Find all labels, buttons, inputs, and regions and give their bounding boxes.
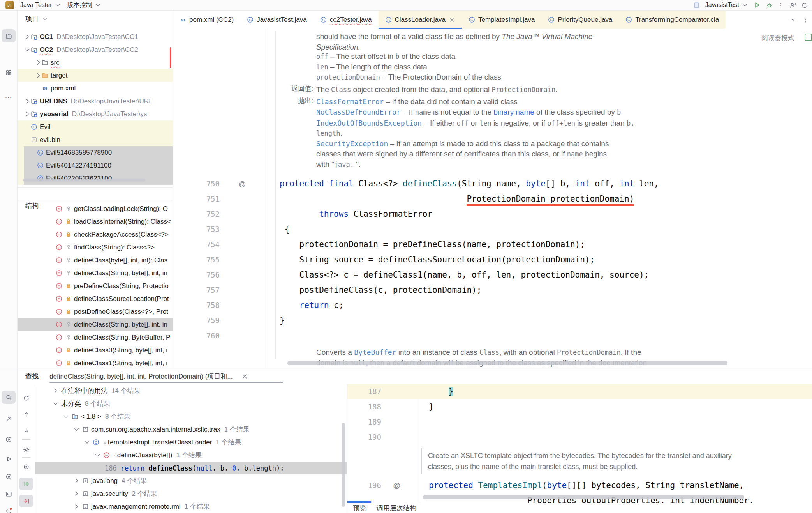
tab-templatesimpl-java[interactable]: CTemplatesImpl.java [462, 11, 542, 29]
tree-hscrollbar[interactable] [23, 179, 145, 182]
code-line[interactable]: protectionDomain = preDefineClass(name, … [280, 237, 585, 252]
tab-list-chevron-icon[interactable] [790, 16, 796, 23]
close-icon[interactable] [241, 373, 248, 380]
structure-item[interactable]: mfindClass(String): Class<?> [18, 241, 173, 254]
tree-item-ysoserial[interactable]: ysoserialD:\Desktop\JavaTester\ys [18, 108, 173, 120]
code-line[interactable]: throws ClassFormatError [280, 207, 432, 222]
results-vscrollbar[interactable] [342, 423, 345, 507]
strip-button-problems[interactable] [2, 504, 16, 513]
reader-mode-toggle[interactable]: 阅读器模式 [748, 34, 794, 42]
project-selector[interactable]: Java Tester [20, 2, 61, 9]
code-line[interactable]: ProtectionDomain protectionDomain) [280, 191, 634, 207]
add-user-icon[interactable] [789, 2, 796, 9]
find-group-row[interactable]: java.security2 个结果 [35, 487, 347, 500]
find-toolbar-jump-to-source[interactable] [19, 478, 33, 490]
structure-item[interactable]: mdefineClass1(String, byte[], int, i [18, 357, 173, 368]
strip-button-folder[interactable] [2, 29, 16, 42]
inlay-hint-icon[interactable] [805, 34, 812, 41]
code-line[interactable]: } [429, 384, 453, 399]
find-group-row[interactable]: java.lang4 个结果 [35, 474, 347, 487]
code-line[interactable]: { [280, 222, 289, 237]
tab-javasisttest-java[interactable]: CJavasistTest.java [240, 11, 314, 29]
find-group-row[interactable]: javax.management.remote.rmi1 个结果 [35, 500, 347, 513]
tree-item-evil.bin[interactable]: ?evil.bin [18, 133, 173, 146]
find-toolbar-jump-from-source[interactable] [19, 495, 33, 507]
strip-button-structure[interactable] [2, 66, 16, 79]
structure-item[interactable]: mdefineClass(String, ByteBuffer, P [18, 331, 173, 344]
find-results-tab[interactable]: defineClass(String, byte[], int, int, Pr… [49, 372, 248, 381]
tree-item-label: pom.xml [51, 85, 76, 92]
find-result-line[interactable]: 186return defineClass(null, b, 0, b.leng… [35, 462, 347, 474]
find-toolbar-arrow-up[interactable] [19, 408, 33, 421]
annotation-gutter-icon[interactable]: @ [393, 478, 400, 493]
tree-item-pom.xml[interactable]: mpom.xml [18, 82, 173, 95]
tab-pom-xml-cc2-[interactable]: mpom.xml (CC2) [173, 11, 240, 29]
structure-item[interactable]: mdefineClassSourceLocation(Prot [18, 292, 173, 305]
find-group-row[interactable]: 未分类8 个结果 [35, 397, 347, 410]
code-line[interactable]: } [280, 313, 285, 328]
find-group-row[interactable]: C∘TemplatesImpl.TransletClassLoader1 个结果 [35, 436, 347, 449]
code-line[interactable]: return c; [280, 298, 343, 313]
find-group-row[interactable]: m∘defineClass(byte[])1 个结果 [35, 449, 347, 462]
tree-item-src[interactable]: src [18, 56, 173, 69]
svg-text:?: ? [33, 138, 35, 142]
structure-item[interactable]: mpostDefineClass(Class<?>, Prot [18, 305, 173, 318]
find-group-row[interactable]: com.sun.org.apache.xalan.internal.xsltc.… [35, 423, 347, 436]
find-group-row[interactable]: < 1.8 >8 个结果 [35, 410, 347, 423]
code-line[interactable]: protected final Class<?> defineClass(Str… [280, 176, 659, 191]
strip-button-build[interactable] [2, 412, 16, 425]
tab-priorityqueue-java[interactable]: CPriorityQueue.java [541, 11, 619, 29]
tree-item-evil514683585778900[interactable]: CEvil514683585778900 [24, 146, 173, 159]
code-line[interactable]: String source = defineClassSourceLocatio… [280, 252, 595, 267]
editor-hscrollbar[interactable] [287, 361, 727, 365]
tab-cc2tester-java[interactable]: Ccc2Tester.java [314, 11, 379, 29]
strip-button-profiler[interactable] [2, 470, 16, 483]
annotation-gutter-icon[interactable]: @ [238, 176, 246, 191]
vcs-menu[interactable]: 版本控制 [67, 1, 101, 9]
code-line[interactable]: postDefineClass(c, protectionDomain); [280, 283, 481, 298]
preview-hscrollbar[interactable] [423, 495, 744, 499]
structure-item[interactable]: mgetClassLoadingLock(String): O [18, 202, 173, 215]
find-group-row[interactable]: 在注释中的用法14 个结果 [35, 384, 347, 397]
strip-button-run[interactable] [2, 452, 16, 465]
find-preview-editor[interactable]: 187 }188}189190196@protected TemplatesIm… [347, 384, 812, 513]
structure-item[interactable]: mcheckPackageAccess(Class<?> [18, 228, 173, 241]
tree-item-urldns[interactable]: URLDNSD:\Desktop\JavaTester\URL [18, 95, 173, 108]
tree-item-evil[interactable]: CEvil [18, 120, 173, 133]
structure-item[interactable]: mdefineClass(String, byte[], int, in [18, 318, 173, 331]
close-icon[interactable] [449, 16, 455, 23]
find-toolbar-refresh[interactable] [19, 392, 33, 404]
tab-call-hierarchy[interactable]: 调用层次结构 [377, 504, 416, 513]
structure-item[interactable]: mdefineClass0(String, byte[], int, i [18, 344, 173, 357]
structure-item[interactable]: mpreDefineClass(String, Protectio [18, 279, 173, 292]
structure-item[interactable]: mdefineClass(String, byte[], int, in [18, 267, 173, 279]
tree-item-cc2[interactable]: CC2D:\Desktop\JavaTester\CC2 [18, 43, 173, 56]
run-config-selector[interactable]: JavasistTest [705, 2, 748, 9]
strip-button-more[interactable]: ⋯ [2, 91, 16, 104]
find-toolbar-target[interactable] [19, 460, 33, 473]
debug-button[interactable] [766, 2, 773, 9]
project-panel-header[interactable]: 项目 [25, 14, 48, 23]
tab-preview[interactable]: 预览 [353, 504, 366, 513]
editor-pane[interactable]: should have the format of a valid class … [173, 29, 812, 368]
tab-classloader-java[interactable]: CClassLoader.java [379, 11, 462, 29]
code-line[interactable]: } [429, 399, 434, 414]
code-line[interactable]: Class<?> c = defineClass1(name, b, off, … [280, 267, 649, 283]
strip-button-services[interactable] [2, 433, 16, 446]
structure-item[interactable]: mdefineClass(byte[], int, int): Clas [18, 254, 173, 267]
structure-item[interactable]: mloadClassInternal(String): Class< [18, 215, 173, 228]
code-line[interactable]: protected TemplatesImpl(byte[][] bytecod… [429, 478, 744, 493]
find-toolbar-settings[interactable] [19, 443, 33, 456]
tab-transformingcomparator-cla[interactable]: CTransformingComparator.cla [619, 11, 726, 29]
strip-button-search[interactable] [2, 391, 16, 404]
more-actions-icon[interactable]: ⋮ [778, 2, 784, 8]
strip-button-terminal[interactable] [2, 487, 16, 501]
tree-item-evil540142274191100[interactable]: CEvil540142274191100 [24, 159, 173, 172]
search-everywhere-icon[interactable] [801, 2, 808, 9]
tree-item-target[interactable]: target [18, 69, 173, 82]
run-button[interactable] [754, 2, 761, 9]
find-toolbar-arrow-down[interactable] [19, 424, 33, 436]
tab-options-icon[interactable]: ⋮ [803, 16, 809, 23]
tree-item-cc1[interactable]: CC1D:\Desktop\JavaTester\CC1 [18, 30, 173, 43]
project-logo[interactable]: JT [5, 1, 14, 9]
